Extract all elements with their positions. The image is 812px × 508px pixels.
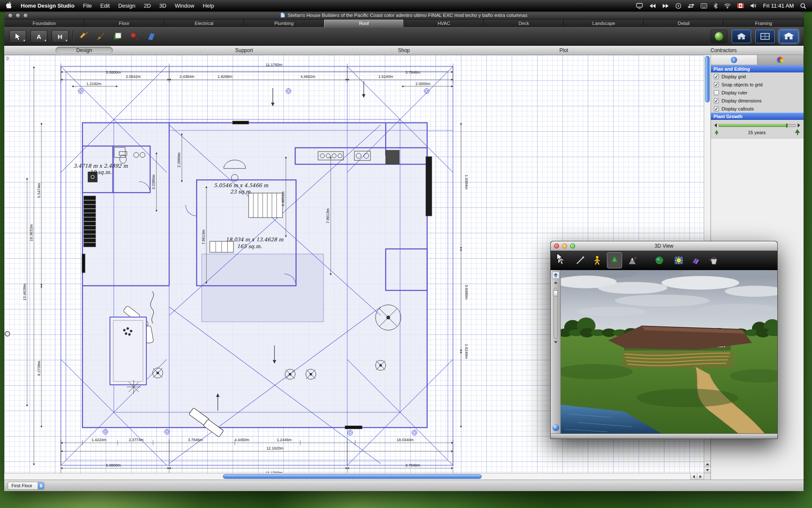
- wifi-icon[interactable]: [724, 3, 731, 8]
- fast-user-switch-icon[interactable]: [688, 3, 694, 8]
- floor-selector[interactable]: First Floor: [8, 482, 44, 490]
- subtab-support[interactable]: Support: [231, 47, 257, 54]
- trowel-tool-icon[interactable]: [77, 30, 90, 43]
- 3d-zoom-button[interactable]: [570, 243, 575, 248]
- 3d-title-bar[interactable]: 3D View: [551, 241, 777, 251]
- 3d-globe-tool-icon[interactable]: [652, 252, 667, 268]
- repair-tool-icon[interactable]: [128, 30, 141, 43]
- charge-icon[interactable]: [675, 3, 681, 9]
- 3d-window-title: 3D View: [655, 243, 673, 249]
- tab-floor[interactable]: Floor: [84, 19, 164, 27]
- menu-2d[interactable]: 2D: [144, 3, 151, 9]
- volume-icon[interactable]: [750, 3, 757, 8]
- svg-text:10.3632m: 10.3632m: [29, 224, 33, 241]
- info-panel-tab[interactable]: i: [711, 55, 757, 65]
- growth-increase-arrow[interactable]: [798, 123, 800, 127]
- spotlight-icon[interactable]: [800, 3, 806, 9]
- app-name: Home Design Studio: [21, 3, 74, 9]
- desktop: { "menubar": { "app_name": "Home Design …: [0, 0, 812, 508]
- growth-slider-thumb[interactable]: [786, 124, 787, 127]
- 3d-plant-tool-icon[interactable]: [607, 252, 622, 268]
- menu-help[interactable]: Help: [203, 3, 214, 9]
- horizontal-scrollbar[interactable]: [4, 473, 704, 480]
- apple-menu[interactable]: [6, 2, 12, 10]
- 3d-zoom-out-arrow[interactable]: [554, 341, 557, 343]
- 3d-rotate-orb[interactable]: [552, 424, 559, 431]
- panel-tool-icon[interactable]: [145, 30, 158, 43]
- dimension-tool-button[interactable]: H▾: [52, 30, 69, 43]
- checkbox-display-callouts[interactable]: ✓Display callouts: [711, 105, 804, 113]
- 3d-minimize-button[interactable]: [562, 243, 567, 248]
- pointer-tool-button[interactable]: ▾: [9, 30, 26, 43]
- 3d-panel-tool-icon[interactable]: [689, 252, 704, 268]
- 3d-render-view[interactable]: [561, 270, 777, 433]
- 3d-terrain-tool-icon[interactable]: [625, 252, 640, 268]
- 3d-line-tool-icon[interactable]: [573, 252, 588, 268]
- 3d-home-view-button[interactable]: [552, 271, 560, 279]
- view-plan-button[interactable]: [755, 30, 775, 43]
- pan-handle[interactable]: [5, 331, 10, 337]
- tab-framing[interactable]: Framing: [724, 19, 804, 27]
- tab-hvac[interactable]: HVAC: [404, 19, 484, 27]
- tab-foundation[interactable]: Foundation: [4, 19, 84, 27]
- subtab-shop[interactable]: Shop: [394, 47, 414, 54]
- input-flag-icon[interactable]: [737, 3, 744, 8]
- checkbox-display-ruler[interactable]: Display ruler: [711, 88, 804, 97]
- tab-landscape[interactable]: Landscape: [564, 19, 644, 27]
- tab-electrical[interactable]: Electrical: [164, 19, 244, 27]
- checkbox-display-dimensions[interactable]: ✓Display dimensions: [711, 97, 804, 105]
- title-bar[interactable]: Stefan's House Builders of the Pacific C…: [4, 11, 804, 19]
- svg-text:5.0800m: 5.0800m: [106, 463, 121, 467]
- window-controls[interactable]: [8, 13, 28, 18]
- 3d-close-button[interactable]: [554, 243, 559, 248]
- growth-slider[interactable]: [719, 124, 796, 127]
- menu-file[interactable]: File: [83, 3, 92, 9]
- plant-library-button[interactable]: [710, 30, 727, 43]
- bluetooth-icon[interactable]: [713, 3, 718, 9]
- menu-window[interactable]: Window: [175, 3, 194, 9]
- rewind-icon[interactable]: [649, 3, 656, 8]
- tab-roof[interactable]: Roof: [324, 19, 404, 27]
- 3d-zoom-thumb[interactable]: [553, 290, 558, 296]
- subtab-contractors[interactable]: Contractors: [706, 47, 741, 54]
- fast-forward-icon[interactable]: [662, 3, 669, 8]
- 3d-view-window[interactable]: 3D View: [550, 241, 778, 439]
- tab-plumbing[interactable]: Plumbing: [244, 19, 324, 27]
- growth-decrease-arrow[interactable]: [714, 123, 717, 127]
- 3d-sky-light-tool-icon[interactable]: [671, 252, 686, 268]
- scroll-left-button[interactable]: [690, 473, 697, 480]
- scroll-down-button[interactable]: [704, 467, 710, 473]
- keyboard-icon[interactable]: [701, 3, 707, 8]
- minimize-button[interactable]: [16, 13, 20, 18]
- brush-tool-icon[interactable]: [94, 30, 107, 43]
- materials-tool-icon[interactable]: [111, 30, 124, 43]
- checkbox-display-grid[interactable]: ✓Display grid: [711, 72, 804, 80]
- tab-detail[interactable]: Detail: [644, 19, 724, 27]
- menu-design[interactable]: Design: [118, 3, 135, 9]
- view-3d-button[interactable]: [779, 30, 798, 43]
- text-tool-button[interactable]: A▾: [30, 30, 47, 43]
- 3d-zoom-in-arrow[interactable]: [554, 282, 557, 284]
- svg-text:5.0546 m x 4.5466 m: 5.0546 m x 4.5466 m: [214, 182, 269, 188]
- menu-3d[interactable]: 3D: [159, 3, 167, 9]
- vertical-scroll-thumb[interactable]: [705, 56, 710, 102]
- subtab-plot[interactable]: Plot: [555, 47, 573, 54]
- display-icon[interactable]: [636, 3, 643, 9]
- zoom-button[interactable]: [23, 13, 28, 18]
- svg-text:5.5474m: 5.5474m: [37, 183, 41, 198]
- horizontal-scroll-thumb[interactable]: [223, 474, 482, 479]
- scroll-right-button[interactable]: [697, 473, 704, 480]
- menu-clock[interactable]: Fri 11:41 AM: [763, 3, 794, 9]
- scroll-up-button[interactable]: [704, 461, 710, 467]
- 3d-paint-bucket-tool-icon[interactable]: [706, 252, 721, 268]
- 3d-zoom-strip[interactable]: [551, 270, 561, 433]
- color-panel-tab[interactable]: [757, 55, 804, 65]
- subtab-design[interactable]: Design: [55, 47, 112, 54]
- view-elevation-button[interactable]: [732, 30, 751, 43]
- checkbox-snap-objects-to-grid[interactable]: ✓Snap objects to grid: [711, 80, 804, 88]
- tab-deck[interactable]: Deck: [484, 19, 564, 27]
- close-button[interactable]: [8, 13, 13, 18]
- menu-edit[interactable]: Edit: [100, 3, 110, 9]
- 3d-walkthrough-tool-icon[interactable]: [590, 252, 605, 268]
- svg-text:3.0480m: 3.0480m: [464, 284, 469, 299]
